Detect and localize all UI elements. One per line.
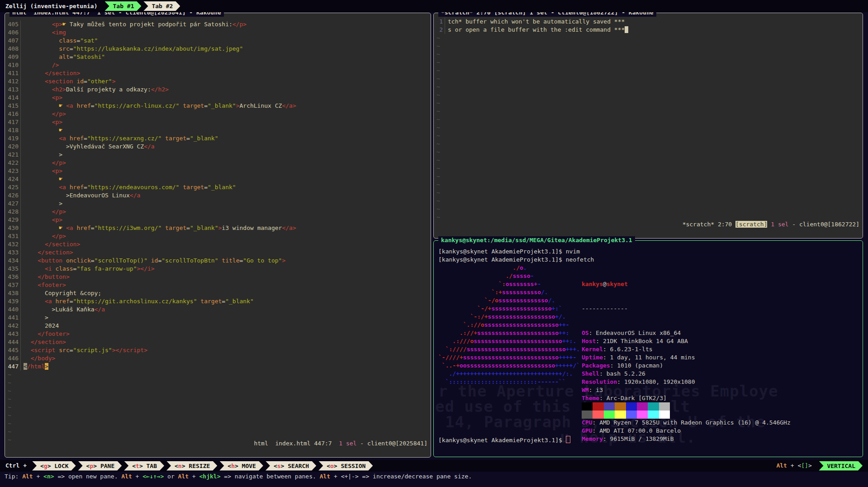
code-line: 429 <p>: [7, 216, 430, 224]
pointing-hand-icon: ☛: [59, 102, 62, 109]
shell-prompt[interactable]: [kankys@skynet AkademieProjekt3.1]$: [438, 436, 570, 444]
line-number: 445: [7, 346, 21, 354]
keybind-search[interactable]: <s> SEARCH: [266, 461, 316, 471]
code-line: 412 <section id="other">: [7, 77, 430, 86]
pointing-hand-icon: ☛: [59, 224, 62, 231]
editor-buffer[interactable]: 405 <p>☛ Taky můžeš tento projekt podpoř…: [5, 14, 430, 457]
line-number: 424: [7, 175, 21, 183]
code-line: 419 <a href="https://searxng.cz/" target…: [7, 134, 430, 143]
empty-line-tilde: ~: [7, 428, 11, 435]
empty-line-tilde: ~: [436, 173, 440, 180]
code-line: 426 >EndeavourOS Linux</a: [7, 191, 430, 200]
line-number: 435: [7, 265, 21, 273]
line-number: 447: [7, 363, 21, 371]
keybind-tab[interactable]: <t> TAB: [124, 461, 164, 471]
empty-line-tilde: ~: [7, 404, 11, 411]
keybind-bar: Ctrl + <g> LOCK<p> PANE<t> TAB<n> RESIZE…: [0, 460, 868, 472]
line-number: 426: [7, 191, 21, 200]
empty-line-tilde: ~: [436, 140, 440, 147]
terminal-color-palette: [582, 402, 670, 419]
neofetch-ascii-logo: ./o. ./sssso- `:osssssss+- `:+ssssssssss…: [438, 264, 580, 386]
line-number: 438: [7, 289, 21, 297]
line-number: 411: [7, 69, 21, 77]
code-line: 430 ☛ <a href="https://i3wm.org/" target…: [7, 224, 430, 232]
empty-line-tilde: ~: [436, 91, 440, 98]
palette-swatch: [637, 411, 648, 419]
line-number: 422: [7, 159, 21, 167]
line-number: 409: [7, 53, 21, 61]
line-number: 408: [7, 45, 21, 53]
code-line: 418 ☛: [7, 126, 430, 134]
line-number: 446: [7, 354, 21, 363]
code-line: 431 </p>: [7, 232, 430, 240]
terminal-content[interactable]: r the Aperture Laboratories Employeed us…: [434, 241, 862, 456]
line-number: 415: [7, 102, 21, 110]
code-line: 414 <p>: [7, 94, 430, 102]
keybind-session[interactable]: <o> SESSION: [318, 461, 373, 471]
terminal-cursor: [566, 436, 570, 443]
mode-indicator: VERTICAL: [819, 461, 863, 471]
neofetch-info-row: CPU: AMD Ryzen 7 5825U with Radeon Graph…: [582, 419, 791, 427]
empty-line-tilde: ~: [436, 83, 440, 90]
line-number: 430: [7, 224, 21, 232]
palette-swatch: [648, 411, 659, 419]
code-line: 441 >: [7, 314, 430, 322]
terminal-pane[interactable]: kankys@skynet:/media/ssd/MEGA/Gitea/Akad…: [433, 240, 863, 457]
line-number: 444: [7, 338, 21, 346]
line-number: 420: [7, 143, 21, 151]
palette-swatch: [637, 402, 648, 411]
code-line: 409 alt="Satoshi": [7, 53, 430, 61]
code-line: 438 Copyright &copy;: [7, 289, 430, 297]
line-number: 434: [7, 257, 21, 265]
empty-line-tilde: ~: [436, 34, 440, 41]
empty-line-tilde: ~: [436, 148, 440, 155]
editor-modeline: html index.html 447:7 1 sel - client0@[2…: [233, 431, 428, 456]
code-line: 2s or open a file buffer with the :edit …: [436, 26, 862, 34]
line-number: 441: [7, 314, 21, 322]
empty-line-tilde: ~: [436, 108, 440, 115]
line-number: 414: [7, 94, 21, 102]
code-line: 416 </p>: [7, 110, 430, 118]
empty-line-tilde: ~: [436, 214, 440, 220]
keybind-move[interactable]: <h> MOVE: [219, 461, 263, 471]
code-line: 427 >: [7, 200, 430, 208]
code-line: 443 </footer>: [7, 330, 430, 338]
empty-line-tilde: ~: [436, 51, 440, 57]
empty-line-tilde: ~: [436, 197, 440, 204]
keybind-lock[interactable]: <g> LOCK: [32, 461, 76, 471]
tip-bar: Tip: Alt + <n> => open new pane. Alt + <…: [5, 473, 472, 481]
scratch-buffer[interactable]: 1tch* buffer which won't be automaticall…: [434, 14, 862, 238]
neofetch-info-row: Host: 21DK ThinkBook 14 G4 ABA: [582, 337, 791, 345]
neofetch-info-row: Kernel: 6.6.23-1-lts: [582, 345, 791, 353]
editor-pane[interactable]: html index.html 447:7 1 sel - client0@[2…: [5, 13, 431, 458]
empty-line-tilde: ~: [7, 412, 11, 419]
empty-line-tilde: ~: [436, 75, 440, 82]
empty-line-tilde: ~: [436, 165, 440, 172]
scratch-pane[interactable]: *scratch* 2:70 [scratch] 1 sel - client0…: [433, 13, 863, 239]
pointing-hand-icon: ☛: [59, 176, 62, 182]
keybind-hints: <g> LOCK<p> PANE<t> TAB<n> RESIZE<h> MOV…: [32, 461, 375, 471]
buffer-name-chip: [scratch]: [735, 221, 767, 228]
code-line: 1tch* buffer which won't be automaticall…: [436, 18, 862, 26]
palette-swatch: [615, 411, 626, 419]
alt-prefix: Alt: [776, 462, 787, 470]
code-line: 435 <i class="fas fa-arrow-up"></i>: [7, 265, 430, 273]
tab-1[interactable]: Tab #1: [105, 1, 142, 11]
palette-swatch: [615, 402, 626, 411]
code-line: 424 ☛: [7, 175, 430, 183]
code-line: 433 </section>: [7, 248, 430, 257]
empty-line-tilde: ~: [436, 205, 440, 212]
palette-swatch: [626, 402, 637, 411]
tab-2[interactable]: Tab #2: [143, 1, 180, 11]
keybind-resize[interactable]: <n> RESIZE: [166, 461, 217, 471]
line-number: 427: [7, 200, 21, 208]
line-number: 442: [7, 322, 21, 330]
line-number: 421: [7, 151, 21, 159]
keybind-pane[interactable]: <p> PANE: [78, 461, 122, 471]
code-line: 410 />: [7, 61, 430, 69]
neofetch-info-row: Memory: 9615MiB / 13829MiB: [582, 435, 791, 443]
code-line: 422 </p>: [7, 159, 430, 167]
code-line: 436 </button>: [7, 273, 430, 281]
palette-swatch: [626, 411, 637, 419]
code-line: 428 </p>: [7, 208, 430, 216]
